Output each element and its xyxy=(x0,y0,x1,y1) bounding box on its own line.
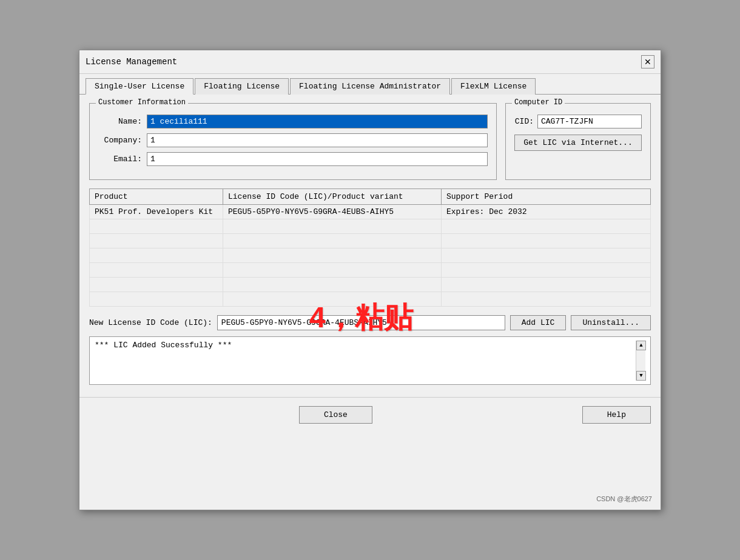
table-row xyxy=(90,292,651,307)
name-row: Name: xyxy=(98,115,488,128)
dialog-body: Customer Information Name: Company: Emai… xyxy=(79,95,661,393)
get-lic-button[interactable]: Get LIC via Internet... xyxy=(514,135,642,151)
email-input[interactable] xyxy=(147,152,488,166)
table-row xyxy=(90,248,651,263)
new-lic-row: New License ID Code (LIC): Add LIC Unins… xyxy=(89,315,651,330)
customer-info-legend: Customer Information xyxy=(96,98,188,107)
company-label: Company: xyxy=(98,136,147,145)
dialog-title: License Management xyxy=(86,57,177,67)
close-icon[interactable]: ✕ xyxy=(641,55,654,68)
email-row: Email: xyxy=(98,152,488,166)
table-row xyxy=(90,263,651,278)
watermark: CSDN @老虎0627 xyxy=(596,495,652,504)
name-label: Name: xyxy=(98,117,147,126)
tab-single-user[interactable]: Single-User License xyxy=(86,78,193,95)
top-section: Customer Information Name: Company: Emai… xyxy=(89,103,651,180)
status-box: *** LIC Added Sucessfully *** ▲ ▼ xyxy=(89,336,651,385)
footer-bar: Close Help xyxy=(79,397,661,432)
cid-label: CID: xyxy=(514,117,537,126)
col-support: Support Period xyxy=(442,189,651,205)
status-text: *** LIC Added Sucessfully *** xyxy=(95,341,636,381)
scroll-down-icon[interactable]: ▼ xyxy=(636,371,646,381)
company-row: Company: xyxy=(98,133,488,147)
table-row xyxy=(90,278,651,292)
uninstall-button[interactable]: Uninstall... xyxy=(571,315,651,330)
scroll-track xyxy=(636,350,645,371)
cid-row: CID: xyxy=(514,115,642,128)
name-input[interactable] xyxy=(147,115,488,128)
table-row xyxy=(90,219,651,234)
email-label: Email: xyxy=(98,155,147,164)
license-management-dialog: License Management ✕ Single-User License… xyxy=(79,50,661,510)
cell-support: Expires: Dec 2032 xyxy=(442,205,651,219)
computer-id-section: Computer ID CID: Get LIC via Internet... xyxy=(505,103,651,180)
col-lic: License ID Code (LIC)/Product variant xyxy=(223,189,442,205)
cid-input[interactable] xyxy=(537,115,642,128)
product-table: Product License ID Code (LIC)/Product va… xyxy=(89,188,651,307)
col-product: Product xyxy=(90,189,223,205)
cell-product: PK51 Prof. Developers Kit xyxy=(90,205,223,219)
close-button[interactable]: Close xyxy=(299,406,372,424)
cell-lic: PEGU5-G5PY0-NY6V5-G9GRA-4EUBS-AIHY5 xyxy=(223,205,442,219)
table-row: PK51 Prof. Developers Kit PEGU5-G5PY0-NY… xyxy=(90,205,651,219)
tab-floating[interactable]: Floating License xyxy=(195,78,289,95)
scrollbar: ▲ ▼ xyxy=(636,341,645,381)
new-lic-label: New License ID Code (LIC): xyxy=(89,318,212,327)
tab-flexlm[interactable]: FlexLM License xyxy=(451,78,536,95)
customer-info-section: Customer Information Name: Company: Emai… xyxy=(89,103,497,180)
new-lic-input[interactable] xyxy=(217,315,505,330)
company-input[interactable] xyxy=(147,133,488,147)
tab-floating-admin[interactable]: Floating License Administrator xyxy=(290,78,450,95)
computer-id-legend: Computer ID xyxy=(512,98,565,107)
help-button[interactable]: Help xyxy=(582,406,651,424)
scroll-up-icon[interactable]: ▲ xyxy=(636,341,646,350)
title-bar: License Management ✕ xyxy=(79,50,661,74)
add-lic-button[interactable]: Add LIC xyxy=(510,315,567,330)
tab-bar: Single-User License Floating License Flo… xyxy=(79,74,661,95)
table-row xyxy=(90,234,651,248)
